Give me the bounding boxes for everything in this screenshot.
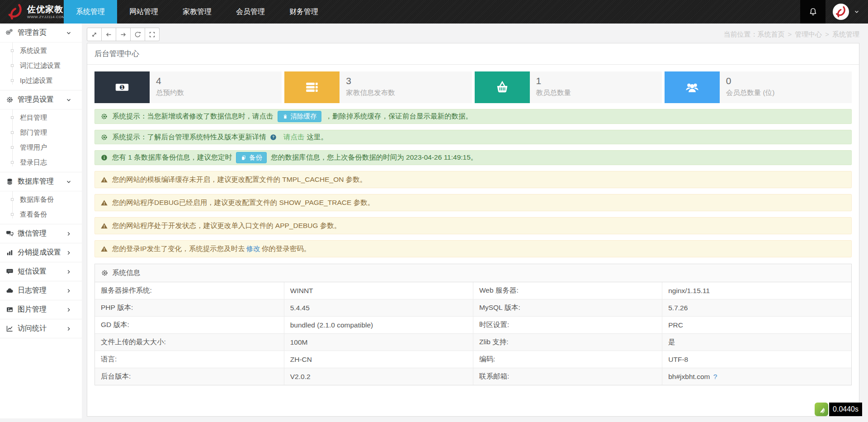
sidebar-group-header[interactable]: 数据库管理 bbox=[0, 172, 82, 191]
sidebar-item[interactable]: 栏目管理 bbox=[0, 110, 82, 125]
sidebar-item[interactable]: 系统设置 bbox=[0, 43, 82, 58]
brand-title: 佐优家教 bbox=[27, 5, 65, 14]
content-area: 当前位置：系统首页>管理中心>系统管理 后台管理中心 14总预约数3家教信息发布… bbox=[82, 24, 868, 417]
gear-icon bbox=[101, 269, 108, 277]
notifications-button[interactable] bbox=[800, 0, 826, 24]
sidebar-item[interactable]: 词汇过滤设置 bbox=[0, 58, 82, 73]
breadcrumb-separator: > bbox=[825, 30, 829, 38]
sidebar-group-header[interactable]: 访问统计 bbox=[0, 319, 82, 338]
sidebar-item[interactable]: 管理用户 bbox=[0, 140, 82, 155]
comment-icon bbox=[6, 268, 14, 275]
nav-tab[interactable]: 会员管理 bbox=[224, 0, 277, 24]
sidebar-item[interactable]: 部门管理 bbox=[0, 125, 82, 140]
system-info-row: 后台版本:V2.0.2联系邮箱:bh#jxbht.com ? bbox=[95, 368, 851, 385]
fullscreen-button[interactable] bbox=[145, 28, 160, 41]
sidebar-group-header[interactable]: 管理员设置 bbox=[0, 90, 82, 109]
stat-icon-block bbox=[475, 71, 530, 103]
user-menu-chevron-icon[interactable] bbox=[854, 9, 860, 15]
sidebar-group-header[interactable]: 短信设置 bbox=[0, 262, 82, 281]
refresh-icon bbox=[134, 31, 142, 38]
chevron-right-icon bbox=[66, 269, 72, 275]
bar-chart-icon bbox=[6, 249, 14, 256]
sidebar-group-header[interactable]: 日志管理 bbox=[0, 281, 82, 300]
svg-text:?: ? bbox=[272, 135, 274, 139]
system-info-label: MySQL 版本: bbox=[473, 299, 662, 317]
chevron-right-icon bbox=[66, 231, 72, 237]
sidebar-group-label: 管理首页 bbox=[18, 28, 47, 38]
nav-tab[interactable]: 财务管理 bbox=[277, 0, 330, 24]
system-info-row: 文件上传的最大大小:100MZlib 支持:是 bbox=[95, 334, 851, 351]
nav-tab[interactable]: 系统管理 bbox=[64, 0, 117, 24]
sidebar-item[interactable]: 数据库备份 bbox=[0, 192, 82, 207]
brand[interactable]: 佐优家教 WWW.ZYJJ114.COM bbox=[0, 0, 64, 24]
stat-value: 4 bbox=[156, 76, 282, 86]
sidebar: 管理首页系统设置词汇过滤设置Ip过滤设置管理员设置栏目管理部门管理管理用户登录日… bbox=[0, 24, 82, 418]
sidebar-group: 管理员设置栏目管理部门管理管理用户登录日志 bbox=[0, 90, 82, 172]
alert-text: 系统提示：当您新增或者修改了数据信息时，请点击 bbox=[112, 112, 274, 121]
alert-text: 你的登录密码。 bbox=[262, 244, 311, 254]
breadcrumb-item[interactable]: 系统管理 bbox=[832, 30, 859, 38]
nav-tab[interactable]: 家教管理 bbox=[170, 0, 224, 24]
sidebar-group: 日志管理 bbox=[0, 281, 82, 300]
page-title: 后台管理中心 bbox=[87, 43, 859, 65]
change-password-link[interactable]: 修改 bbox=[246, 244, 260, 254]
system-info-value: V2.0.2 bbox=[284, 368, 473, 385]
chevron-down-icon bbox=[66, 179, 72, 185]
refresh-button[interactable] bbox=[130, 28, 145, 41]
avatar-logo-icon bbox=[834, 5, 848, 19]
comments-icon bbox=[6, 230, 14, 237]
sidebar-group-header[interactable]: 分销提成设置 bbox=[0, 243, 82, 262]
brand-text: 佐优家教 WWW.ZYJJ114.COM bbox=[27, 5, 65, 19]
breadcrumb-item[interactable]: 管理中心 bbox=[795, 30, 822, 38]
line-chart-icon bbox=[6, 325, 14, 332]
alert-text: 您的数据库信息，您上次备份数据的时间为 2023-04-26 11:49:15。 bbox=[271, 153, 477, 162]
sidebar-item[interactable]: 查看备份 bbox=[0, 207, 82, 222]
version-detail-link[interactable]: 请点击 bbox=[283, 133, 305, 142]
sidebar-group: 分销提成设置 bbox=[0, 243, 82, 262]
stat-label: 教员总数量 bbox=[536, 88, 662, 98]
back-button[interactable] bbox=[101, 28, 116, 41]
stat-card[interactable]: 3家教信息发布数 bbox=[284, 71, 472, 103]
breadcrumb-item[interactable]: 系统首页 bbox=[757, 30, 784, 38]
system-info-label: Zlib 支持: bbox=[473, 334, 662, 351]
stat-value: 1 bbox=[536, 76, 662, 86]
gear-icon bbox=[6, 96, 14, 104]
sidebar-submenu: 系统设置词汇过滤设置Ip过滤设置 bbox=[0, 42, 82, 90]
system-info-value: bundled (2.1.0 compatible) bbox=[284, 317, 473, 334]
sidebar-group: 数据库管理数据库备份查看备份 bbox=[0, 172, 82, 224]
copy-icon bbox=[241, 155, 247, 161]
sidebar-group-header[interactable]: 图片管理 bbox=[0, 300, 82, 319]
sidebar-group-header[interactable]: 微信管理 bbox=[0, 224, 82, 243]
sidebar-item[interactable]: 登录日志 bbox=[0, 155, 82, 170]
stat-card[interactable]: 0会员总数量 (位) bbox=[665, 71, 852, 103]
arrow-right-icon bbox=[119, 31, 127, 38]
backup-button[interactable]: 备份 bbox=[236, 152, 267, 163]
system-info-value: 5.4.45 bbox=[284, 299, 473, 317]
trace-toggle-button[interactable] bbox=[815, 403, 828, 416]
sidebar-group-header[interactable]: 管理首页 bbox=[0, 24, 82, 42]
nav-tab[interactable]: 网站管理 bbox=[117, 0, 170, 24]
chevron-right-icon bbox=[66, 288, 72, 294]
sidebar-group: 微信管理 bbox=[0, 224, 82, 243]
breadcrumb-prefix: 当前位置： bbox=[723, 30, 757, 38]
collapse-sidebar-button[interactable] bbox=[87, 28, 102, 41]
stat-info: 1教员总数量 bbox=[530, 71, 662, 103]
warning-icon bbox=[100, 245, 108, 253]
trace-time-badge[interactable]: 0.0440s bbox=[829, 403, 862, 416]
stat-card[interactable]: 14总预约数 bbox=[94, 71, 282, 103]
forward-button[interactable] bbox=[116, 28, 131, 41]
bell-icon bbox=[808, 7, 818, 17]
sidebar-item[interactable]: Ip过滤设置 bbox=[0, 73, 82, 88]
breadcrumb-separator: > bbox=[788, 30, 792, 38]
system-info-value: PRC bbox=[662, 317, 851, 334]
tasks-icon bbox=[304, 80, 320, 95]
navbar-right bbox=[800, 0, 868, 24]
brand-subtitle: WWW.ZYJJ114.COM bbox=[27, 15, 65, 19]
user-avatar[interactable] bbox=[833, 4, 849, 20]
app: 佐优家教 WWW.ZYJJ114.COM 系统管理网站管理家教管理会员管理财务管… bbox=[0, 0, 868, 422]
clear-cache-button[interactable]: 清除缓存 bbox=[278, 111, 321, 122]
stat-card[interactable]: 1教员总数量 bbox=[475, 71, 662, 103]
sidebar-group-label: 访问统计 bbox=[18, 324, 47, 333]
sidebar-group-label: 微信管理 bbox=[18, 229, 47, 238]
email-help-link[interactable]: ? bbox=[713, 373, 717, 380]
